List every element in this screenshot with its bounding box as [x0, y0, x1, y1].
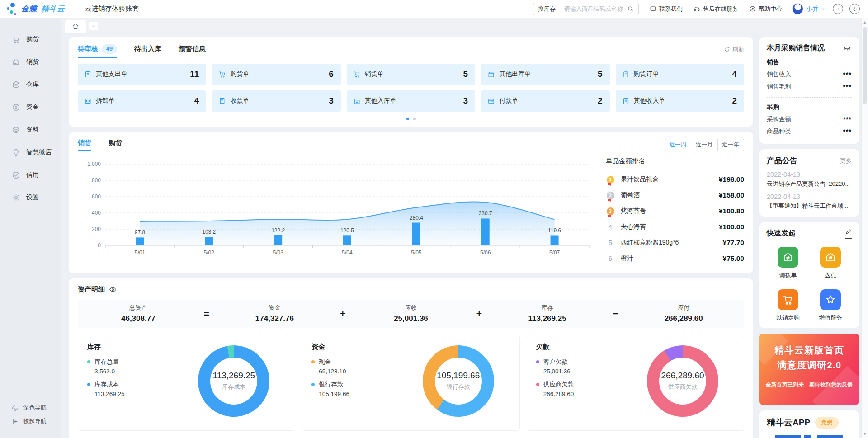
todo-card-payment[interactable]: 付款单2 [481, 90, 609, 112]
todo-card-purchase-order[interactable]: 购货单6 [212, 64, 340, 85]
sidebar-item-funds[interactable]: 资金 [0, 96, 61, 118]
chart-tab-purchase[interactable]: 购货 [108, 139, 122, 151]
formula-label: 库存 [487, 304, 608, 312]
assets-title: 资产明细 [78, 285, 105, 294]
quick-action-value-added[interactable]: 增值服务 [819, 289, 842, 322]
donut-title: 欠款 [536, 343, 735, 351]
monthly-row-label: 采购金额 [767, 115, 791, 123]
scrollbar-thumb[interactable] [863, 27, 867, 104]
sidebar-item-settings[interactable]: 设置 [0, 186, 61, 209]
quick-action-transfer[interactable]: 调拨单 [778, 247, 798, 279]
more-link[interactable]: 更多 [840, 157, 852, 165]
sidebar-item-label: 资金 [26, 103, 39, 111]
card-label: 收款单 [230, 97, 249, 105]
inventory-search[interactable]: 搜库存 [533, 3, 639, 15]
chat-icon [650, 5, 656, 12]
card-count: 4 [732, 69, 737, 79]
assets-panel: 资产明细 总资产46,308.77=资金174,327.76+应收25,001.… [69, 278, 753, 438]
tab-label: 待出入库 [134, 45, 161, 53]
home-tab[interactable] [65, 20, 86, 33]
edit-quick-button[interactable] [845, 228, 852, 239]
todo-card-receipt[interactable]: 收款单3 [212, 90, 340, 112]
logout-button[interactable] [849, 4, 860, 14]
sidebar-item-credit[interactable]: 信用 [0, 164, 61, 186]
legend-dot [311, 360, 315, 363]
header-link-contact[interactable]: 联系我们 [650, 5, 683, 13]
sidebar-toggle-dark-nav[interactable]: 深色导航 [12, 401, 61, 414]
medal-icon: 3 [607, 207, 614, 215]
left-sidebar: 购货销货仓库资金资料智慧微店信用设置 深色导航收起导航 [0, 18, 61, 438]
todo-card-other-expense[interactable]: 其他支出单11 [78, 64, 206, 85]
todo-card-disassembly[interactable]: 拆卸单4 [78, 90, 206, 112]
formula-value: 174,327.76 [214, 314, 335, 323]
tab-dropdown-button[interactable] [89, 22, 98, 30]
rank-row: 1果汁饮品礼盒¥198.00 [606, 172, 744, 188]
todo-card-other-outbound[interactable]: 其他出库单5 [481, 64, 609, 85]
pagination-dot-2[interactable] [413, 118, 416, 120]
app-logo[interactable]: 金蝶 精斗云 [6, 2, 65, 16]
card-count: 5 [598, 69, 603, 79]
announcement-item[interactable]: 2022-04-13【重要通知】精斗云工作台域... [767, 193, 852, 210]
sidebar-item-warehouse[interactable]: 仓库 [0, 73, 61, 96]
legend-label: 库存成本 [94, 381, 119, 389]
svg-text:97.8: 97.8 [135, 229, 146, 235]
formula-operator: = [199, 308, 214, 319]
donut-chart-inventory: 113,269.25库存成本 [198, 345, 269, 417]
svg-text:5/02: 5/02 [204, 250, 215, 256]
dashed-divider [767, 97, 852, 98]
tab-alerts[interactable]: 预警信息 [179, 45, 206, 57]
formula-label: 应收 [350, 304, 472, 312]
quick-action-purchase-by-sales[interactable]: 以销定购 [776, 289, 800, 322]
quick-action-stocktake[interactable]: 盘点 [820, 247, 841, 279]
todo-card-purchase-po[interactable]: 购货订单4 [616, 64, 744, 85]
sidebar-item-weshop[interactable]: 智慧微店 [0, 141, 61, 164]
header-link-aftersales[interactable]: 售后在线服务 [693, 5, 738, 13]
search-icon[interactable] [627, 5, 634, 12]
search-scope-selector[interactable]: 搜库存 [538, 5, 556, 13]
monthly-row: 销售毛利*** [767, 80, 852, 93]
quick-launch-panel: 快速发起 调拨单盘点以销定购增值服务 [760, 222, 859, 328]
tab-pending-audit[interactable]: 待审核49 [78, 44, 117, 58]
scrollbar-down-arrow[interactable]: ▼ [862, 432, 868, 436]
house-arrows-icon [782, 251, 794, 263]
window-scrollbar[interactable]: ▲ ▼ [861, 18, 868, 438]
brand-name: 金蝶 [21, 4, 37, 14]
eye-icon[interactable] [109, 286, 117, 293]
survey-banner[interactable]: 精斗云新版首页 满意度调研2.0 全新首页已到来 期待收到您的反馈 [760, 334, 859, 405]
announcements-title: 产品公告 [767, 155, 797, 166]
search-input[interactable] [564, 5, 627, 12]
range-week[interactable]: 近一周 [665, 139, 692, 151]
todo-card-other-inbound[interactable]: 其他入库单3 [347, 90, 475, 112]
announcement-item[interactable]: 2022-04-13云进销存产品更新公告_20220... [767, 171, 852, 188]
formula-label: 资金 [214, 304, 335, 312]
moon-icon [12, 405, 19, 411]
monthly-row: 采购金额*** [767, 113, 852, 125]
monthly-row-value: *** [843, 128, 852, 135]
house-arrows-icon [825, 251, 836, 263]
refresh-button[interactable]: 刷新 [724, 45, 744, 57]
sidebar-item-sales[interactable]: 销货 [0, 51, 61, 73]
sidebar-item-purchase[interactable]: 购货 [0, 28, 61, 51]
chevron-down-icon [821, 6, 826, 12]
sidebar-item-label: 智慧微店 [26, 148, 52, 156]
eye-closed-icon[interactable] [843, 44, 852, 53]
gear-icon [12, 193, 20, 202]
todo-card-sales-order[interactable]: 销货单5 [347, 64, 475, 85]
legend-label: 银行存款 [319, 381, 343, 389]
range-month[interactable]: 近一月 [691, 139, 718, 151]
svg-text:103.2: 103.2 [202, 229, 216, 235]
todo-card-other-income[interactable]: 其他收入单2 [616, 90, 744, 112]
scrollbar-up-arrow[interactable]: ▲ [862, 20, 868, 24]
range-year[interactable]: 近一年 [717, 139, 745, 151]
sidebar-item-data[interactable]: 资料 [0, 118, 61, 141]
tab-pending-inout[interactable]: 待出入库 [134, 45, 161, 57]
sidebar-toggle-collapse-nav[interactable]: 收起导航 [12, 414, 61, 428]
user-menu[interactable]: 小乔 [792, 3, 826, 14]
chart-tab-sales[interactable]: 销货 [78, 139, 91, 151]
sidebar-footer: 深色导航收起导航 [0, 401, 61, 438]
pagination-dot-1[interactable] [406, 118, 409, 120]
todo-tabs: 待审核49待出入库预警信息 [78, 44, 206, 58]
header-link-help[interactable]: 帮助中心 [749, 5, 782, 13]
caret-down-icon [91, 24, 96, 29]
back-button[interactable] [833, 4, 843, 14]
